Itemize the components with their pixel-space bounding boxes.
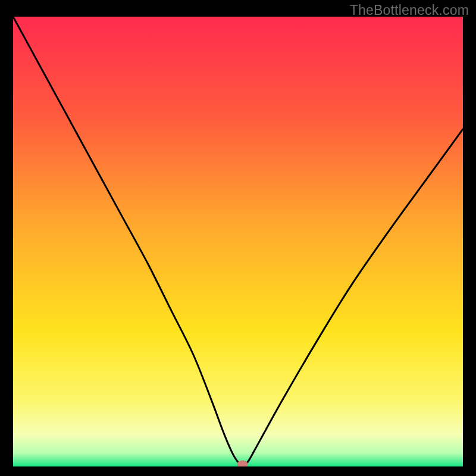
bottleneck-chart (13, 17, 463, 466)
gradient-background (13, 17, 463, 466)
watermark-text: TheBottleneck.com (350, 2, 469, 18)
chart-frame: TheBottleneck.com (0, 0, 476, 476)
